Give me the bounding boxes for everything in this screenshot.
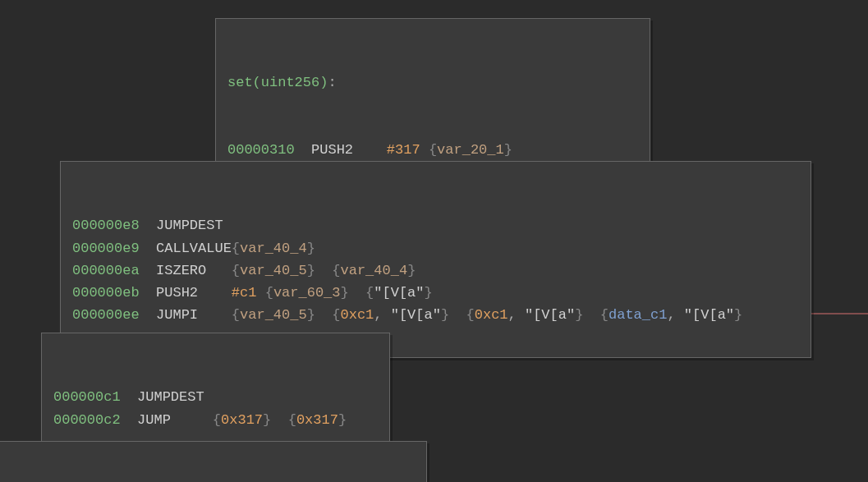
instruction-row: 00000310 PUSH2 #317 {var_20_1} <box>227 139 638 161</box>
instruction-row: 000000ee JUMPI {var_40_5} {0xc1, "[V[a"}… <box>72 304 799 326</box>
instruction-row: 000000c2 JUMP {0x317} {0x317} <box>53 409 378 431</box>
instruction-row: 000000eb PUSH2 #c1 {var_60_3} {"[V[a"} <box>72 282 799 304</box>
basic-block-4[interactable]: 00000317 JUMPDEST 00000318 PUSH2 #31f {v… <box>0 441 427 482</box>
instruction-row: 000000e8 JUMPDEST <box>72 214 799 236</box>
instruction-row: 000000c1 JUMPDEST <box>53 386 378 408</box>
instruction-row: 000000e9 CALLVALUE{var_40_4} <box>72 237 799 259</box>
func-signature: set(uint256): <box>227 71 638 94</box>
instruction-row: 000000ea ISZERO {var_40_5} {var_40_4} <box>72 259 799 282</box>
basic-block-2[interactable]: 000000e8 JUMPDEST 000000e9 CALLVALUE{var… <box>60 161 811 358</box>
